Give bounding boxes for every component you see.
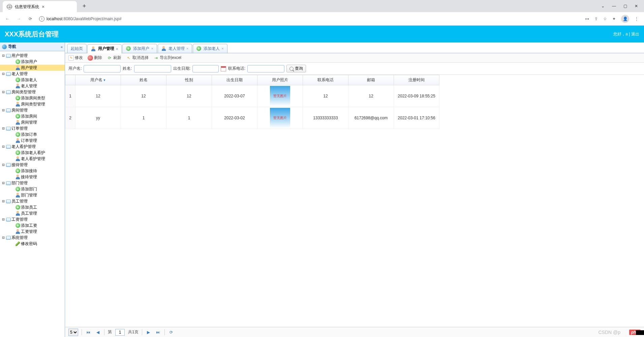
menu-icon[interactable]: ⋮ <box>635 17 639 21</box>
phone-input[interactable] <box>247 65 284 72</box>
col-header[interactable]: 出生日期 <box>212 75 257 85</box>
reload-button[interactable]: ⟳ <box>168 329 174 335</box>
refresh-button[interactable]: ⟳刷新 <box>107 55 121 61</box>
tree-item[interactable]: 订单管理 <box>0 137 65 144</box>
tree-item[interactable]: +添加用户 <box>0 59 65 65</box>
export-button[interactable]: ⇥导出到excel <box>153 55 181 61</box>
tree-item[interactable]: 工资管理 <box>0 228 65 235</box>
toggle-icon[interactable]: ⊟ <box>1 53 6 58</box>
tree-group[interactable]: ⊟老人看护管理 <box>0 144 65 150</box>
table-row[interactable]: 11212122022-03-07暂无图片12122022-03-09 18:5… <box>65 85 439 107</box>
key-icon[interactable]: ⊶ <box>585 17 589 21</box>
page-input[interactable] <box>115 329 125 336</box>
close-icon[interactable]: × <box>116 47 118 51</box>
puzzle-icon[interactable]: ✦ <box>612 17 616 21</box>
cancel-select-button[interactable]: ↖取消选择 <box>126 55 149 61</box>
col-header[interactable]: 性别 <box>166 75 212 85</box>
edit-button[interactable]: 修改 <box>68 55 83 61</box>
col-header[interactable]: 姓名 <box>121 75 166 85</box>
maximize-icon[interactable]: ▢ <box>623 4 627 8</box>
star-icon[interactable]: ☆ <box>603 17 607 21</box>
toggle-icon[interactable]: ⊟ <box>1 235 6 240</box>
toggle-icon[interactable]: ⊟ <box>1 90 6 94</box>
close-window-icon[interactable]: ✕ <box>635 4 638 8</box>
browser-tab[interactable]: 信息管理系统 × <box>3 1 77 12</box>
content-tab[interactable]: +添加用户× <box>122 44 157 53</box>
tree-item[interactable]: 员工管理 <box>0 210 65 216</box>
username-input[interactable] <box>84 65 121 72</box>
tree-group[interactable]: ⊟订单管理 <box>0 125 65 131</box>
close-icon[interactable]: × <box>151 47 153 51</box>
birthdate-input[interactable] <box>192 65 219 72</box>
content-tab[interactable]: 起始页 <box>67 44 87 53</box>
close-icon[interactable]: × <box>186 47 188 51</box>
tree-item[interactable]: 老人看护管理 <box>0 156 65 162</box>
tree-item[interactable]: +添加部门 <box>0 186 65 192</box>
address-bar[interactable]: i localhost:8080/JavaWebProject/main.jsp… <box>37 16 583 22</box>
toggle-icon[interactable]: ⊟ <box>1 162 6 167</box>
tree-group[interactable]: ⊟房间管理 <box>0 107 65 113</box>
tree-group[interactable]: ⊟部门管理 <box>0 180 65 186</box>
tree-group[interactable]: ⊟员工管理 <box>0 198 65 204</box>
col-header[interactable]: 用户照片 <box>257 75 303 85</box>
close-icon[interactable]: × <box>42 4 44 9</box>
minimize-icon[interactable]: — <box>612 4 616 8</box>
content-tab[interactable]: 老人管理× <box>158 44 192 53</box>
share-icon[interactable]: ⇪ <box>594 17 598 21</box>
tree-item[interactable]: +添加房间 <box>0 113 65 119</box>
content-tab[interactable]: 用户管理× <box>87 44 122 53</box>
query-button[interactable]: 查询 <box>286 65 306 72</box>
table-row[interactable]: 2yy112022-03-02暂无图片133333333336172698@qq… <box>65 107 439 129</box>
tree-item[interactable]: 用户管理 <box>0 65 65 71</box>
toggle-icon[interactable]: ⊟ <box>1 71 6 76</box>
pagesize-select[interactable]: 5 <box>68 329 78 336</box>
forward-button[interactable]: → <box>14 14 24 24</box>
toggle-icon[interactable]: ⊟ <box>1 144 6 149</box>
toggle-icon[interactable]: ⊟ <box>1 217 6 222</box>
tree-group[interactable]: ⊟用户管理 <box>0 53 65 59</box>
info-icon[interactable]: i <box>39 16 44 22</box>
next-page-button[interactable]: ▶ <box>146 329 152 335</box>
tree-group[interactable]: ⊟系统管理 <box>0 235 65 241</box>
tree-item[interactable]: +添加老人看护 <box>0 150 65 156</box>
tree-group[interactable]: ⊟房间类型管理 <box>0 89 65 95</box>
tree-group[interactable]: ⊟老人管理 <box>0 71 65 77</box>
content-tab[interactable]: +添加老人× <box>193 44 227 53</box>
tree-group[interactable]: ⊟接待管理 <box>0 162 65 168</box>
tree-item[interactable]: 部门管理 <box>0 192 65 198</box>
calendar-icon[interactable] <box>221 66 226 71</box>
delete-button[interactable]: —删除 <box>88 55 102 61</box>
back-button[interactable]: ← <box>3 14 12 24</box>
tree-item[interactable]: +添加工资 <box>0 222 65 228</box>
col-header[interactable]: 用户名▼ <box>75 75 121 85</box>
toggle-icon[interactable]: ⊟ <box>1 126 6 131</box>
close-icon[interactable]: × <box>221 47 223 51</box>
col-header[interactable]: 邮箱 <box>348 75 394 85</box>
prev-page-button[interactable]: ◀ <box>95 329 101 335</box>
collapse-icon[interactable]: « <box>61 45 63 49</box>
tree-item[interactable]: 房间管理 <box>0 119 65 125</box>
tree-item[interactable]: +添加员工 <box>0 204 65 210</box>
tree-item[interactable]: +添加订单 <box>0 131 65 137</box>
tree-group[interactable]: ⊟工资管理 <box>0 216 65 222</box>
tree-item[interactable]: 接待管理 <box>0 174 65 180</box>
logout-link[interactable]: 退出 <box>631 32 639 36</box>
toggle-icon[interactable]: ⊟ <box>1 199 6 204</box>
tree-item[interactable]: 房间类型管理 <box>0 101 65 107</box>
last-page-button[interactable]: ⏭ <box>155 329 161 335</box>
profile-icon[interactable]: 👤 <box>621 15 629 23</box>
tree-item[interactable]: 修改密码 <box>0 241 65 247</box>
tree-item[interactable]: +添加老人 <box>0 77 65 83</box>
refresh-button[interactable]: ⟳ <box>26 14 35 24</box>
col-header[interactable]: 注册时间 <box>394 75 439 85</box>
tree-item[interactable]: 老人管理 <box>0 83 65 89</box>
first-page-button[interactable]: ⏮ <box>85 329 91 335</box>
toggle-icon[interactable]: ⊟ <box>1 108 6 113</box>
col-header[interactable]: 联系电话 <box>303 75 348 85</box>
new-tab-button[interactable]: + <box>80 1 89 11</box>
toggle-icon[interactable]: ⊟ <box>1 181 6 185</box>
realname-input[interactable] <box>134 65 171 72</box>
tree-item[interactable]: +添加接待 <box>0 168 65 174</box>
chevron-down-icon[interactable]: ⌄ <box>601 4 605 8</box>
tree-item[interactable]: +添加房间类型 <box>0 95 65 101</box>
